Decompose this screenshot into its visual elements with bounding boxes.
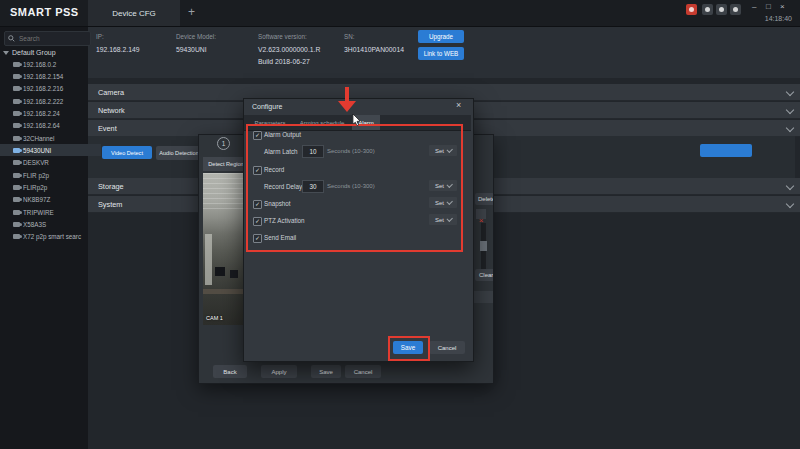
chevron-down-icon: [447, 216, 453, 222]
device-label: 192.168.2.64: [23, 122, 60, 129]
expand-arrow-icon: [3, 51, 9, 55]
delete-button[interactable]: Delete: [475, 193, 494, 205]
device-item[interactable]: NK8B97Z: [0, 193, 101, 205]
build-value: Build 2018-06-27: [258, 58, 310, 65]
camera-icon: [13, 74, 20, 79]
device-item[interactable]: 192.168.2.24: [0, 107, 101, 119]
slider-thumb[interactable]: [480, 241, 487, 251]
ptz-activation-checkbox[interactable]: [253, 217, 262, 226]
camera-icon: [13, 222, 20, 227]
device-item[interactable]: TRIPWIRE: [0, 206, 101, 218]
record-delay-range: Seconds (10-300): [327, 183, 375, 189]
dialog-save-button[interactable]: Save: [393, 341, 423, 354]
device-item[interactable]: 192.168.2.222: [0, 95, 101, 107]
audio-detection-button[interactable]: Audio Detection: [156, 146, 202, 160]
set-label: Set: [435, 148, 444, 154]
option-dropdown[interactable]: [473, 291, 494, 303]
device-item[interactable]: 192.168.2.216: [0, 82, 101, 94]
chevron-down-icon: [786, 88, 794, 96]
top-bar: SMART PSS Device CFG + – □ × 14:18:40: [0, 0, 800, 27]
upgrade-button[interactable]: Upgrade: [418, 30, 464, 43]
video-detect-button[interactable]: Video Detect: [102, 146, 152, 159]
save-button[interactable]: Save: [311, 365, 341, 378]
camera-icon: [13, 160, 20, 165]
dialog-close-icon[interactable]: ×: [456, 100, 461, 110]
record-checkbox[interactable]: [253, 166, 262, 175]
section-label: Storage: [98, 182, 124, 191]
ptz-set-button[interactable]: Set: [429, 214, 457, 225]
remove-region-icon[interactable]: [476, 209, 486, 219]
device-item[interactable]: X72 p2p smart searc: [0, 230, 101, 242]
dialog-cancel-button[interactable]: Cancel: [429, 341, 465, 354]
user-icon[interactable]: [702, 4, 713, 15]
software-value: V2.623.0000000.1.R: [258, 46, 320, 53]
link-to-web-button[interactable]: Link to WEB: [418, 47, 464, 60]
ip-value: 192.168.2.149: [96, 46, 139, 53]
record-delay-set-button[interactable]: Set: [429, 180, 457, 191]
device-item[interactable]: DESKVR: [0, 156, 101, 168]
model-value: 59430UNI: [176, 46, 207, 53]
event-action-button[interactable]: [700, 144, 752, 157]
group-label: Default Group: [12, 49, 56, 56]
record-label: Record: [264, 166, 284, 173]
snapshot-set-button[interactable]: Set: [429, 197, 457, 208]
chevron-down-icon: [786, 200, 794, 208]
alarm-icon[interactable]: [686, 4, 697, 15]
alarm-latch-input[interactable]: [302, 145, 324, 158]
tab-device-cfg[interactable]: Device CFG: [88, 0, 180, 26]
device-item[interactable]: 192.168.2.154: [0, 70, 101, 82]
tab-arming-schedule[interactable]: Arming schedule: [294, 115, 350, 130]
model-label: Device Model:: [176, 33, 216, 40]
sidebar-group-default[interactable]: Default Group: [3, 49, 56, 56]
camera-icon: [13, 62, 20, 67]
search-input[interactable]: [17, 34, 87, 43]
snapshot-checkbox[interactable]: [253, 200, 262, 209]
search-box[interactable]: [4, 31, 91, 46]
device-item[interactable]: FLIR p2p: [0, 169, 101, 181]
camera-icon: [13, 185, 20, 190]
app-logo: SMART PSS: [10, 6, 79, 18]
device-label: FLIRp2p: [23, 184, 47, 191]
device-item[interactable]: 32CHannel: [0, 132, 101, 144]
device-label: NK8B97Z: [23, 196, 50, 203]
tab-alarm[interactable]: Alarm: [352, 115, 380, 130]
alarm-output-label: Alarm Output: [264, 131, 301, 138]
menu-icon[interactable]: [730, 4, 741, 15]
device-label: X72 p2p smart searc: [23, 233, 81, 240]
minimize-button[interactable]: –: [752, 2, 756, 11]
close-button[interactable]: ×: [780, 2, 785, 11]
send-email-checkbox[interactable]: [253, 234, 262, 243]
device-item[interactable]: FLIRp2p: [0, 181, 101, 193]
device-label: 59430UNI: [23, 147, 51, 154]
section-label: Network: [98, 106, 125, 115]
search-icon: [8, 35, 15, 42]
configure-dialog: Configure × Parameters Arming schedule A…: [243, 98, 474, 362]
app-window: SMART PSS Device CFG + – □ × 14:18:40 De…: [0, 0, 800, 449]
device-label: DESKVR: [23, 159, 49, 166]
clear-button[interactable]: Clear: [475, 269, 494, 281]
camera-icon: [13, 111, 20, 116]
device-item[interactable]: 192.168.0.2: [0, 58, 101, 70]
new-tab-button[interactable]: +: [188, 5, 195, 19]
settings-icon[interactable]: [716, 4, 727, 15]
alarm-latch-range: Seconds (10-300): [327, 148, 375, 154]
software-label: Software version:: [258, 33, 307, 40]
alarm-output-checkbox[interactable]: [253, 131, 262, 140]
channel-badge[interactable]: 1: [217, 137, 230, 150]
maximize-button[interactable]: □: [766, 2, 771, 11]
camera-icon: [13, 99, 20, 104]
device-item-selected[interactable]: 59430UNI: [0, 144, 101, 156]
device-label: FLIR p2p: [23, 172, 49, 179]
device-item[interactable]: X58A3S: [0, 218, 101, 230]
tab-parameters[interactable]: Parameters: [248, 115, 292, 130]
chevron-down-icon: [786, 124, 794, 132]
device-item[interactable]: 192.168.2.64: [0, 119, 101, 131]
camera-icon: [13, 234, 20, 239]
cancel-button[interactable]: Cancel: [345, 365, 381, 378]
alarm-latch-set-button[interactable]: Set: [429, 145, 457, 156]
preview-monitor: [230, 270, 238, 278]
back-button[interactable]: Back: [213, 365, 247, 378]
apply-button[interactable]: Apply: [261, 365, 297, 378]
record-delay-input[interactable]: [302, 180, 324, 193]
device-tree-sidebar: Default Group 192.168.0.2 192.168.2.154 …: [0, 26, 88, 449]
